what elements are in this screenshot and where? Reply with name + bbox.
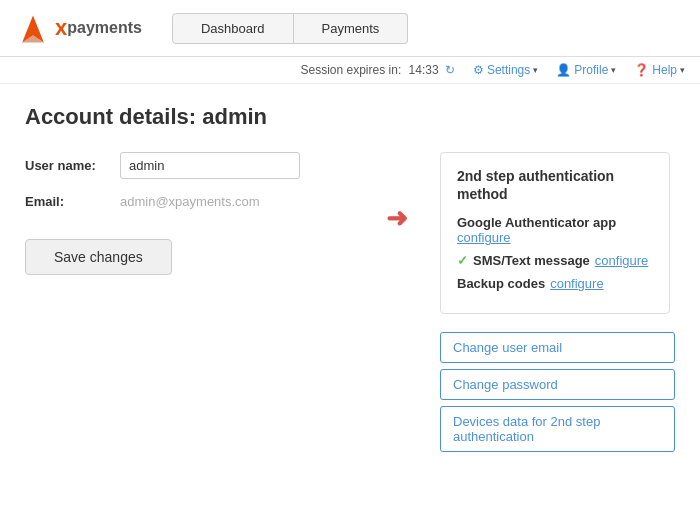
tab-dashboard[interactable]: Dashboard — [172, 13, 294, 44]
settings-label: Settings — [487, 63, 530, 77]
help-link[interactable]: ❓ Help ▾ — [634, 63, 685, 77]
arrow-container: ➜ — [386, 203, 408, 234]
email-row: Email: admin@xpayments.com — [25, 194, 410, 209]
logo-x-text: x — [55, 15, 67, 41]
auth-item-sms: ✓ SMS/Text message configure — [457, 253, 653, 268]
session-bar: Session expires in: 14:33 ↻ ⚙ Settings ▾… — [0, 57, 700, 84]
sms-row: ✓ SMS/Text message configure — [457, 253, 653, 268]
page-title: Account details: admin — [25, 104, 675, 130]
settings-chevron: ▾ — [533, 65, 538, 75]
google-auth-configure-link[interactable]: configure — [457, 230, 510, 245]
action-panel: Change user email Change password Device… — [440, 332, 675, 458]
profile-icon: 👤 — [556, 63, 571, 77]
session-timer: 14:33 — [409, 63, 439, 77]
sms-auth-name: SMS/Text message — [473, 253, 590, 268]
change-password-button[interactable]: Change password — [440, 369, 675, 400]
logo: xpayments — [15, 10, 142, 46]
auth-item-backup: Backup codes configure — [457, 276, 653, 291]
username-row: User name: — [25, 152, 410, 179]
profile-link[interactable]: 👤 Profile ▾ — [556, 63, 616, 77]
email-label: Email: — [25, 194, 120, 209]
auth-item-google: Google Authenticator app configure — [457, 215, 653, 245]
save-section: Save changes — [25, 239, 410, 275]
devices-data-button[interactable]: Devices data for 2nd step authentication — [440, 406, 675, 452]
backup-row: Backup codes configure — [457, 276, 653, 291]
sms-configure-link[interactable]: configure — [595, 253, 648, 268]
sms-checkmark-icon: ✓ — [457, 253, 468, 268]
logo-payments-text: payments — [67, 19, 142, 37]
logo-icon — [15, 10, 51, 46]
profile-chevron: ▾ — [611, 65, 616, 75]
help-chevron: ▾ — [680, 65, 685, 75]
tab-payments[interactable]: Payments — [294, 13, 409, 44]
right-panel: ➜ 2nd step authentication method Google … — [440, 152, 675, 458]
main-content: Account details: admin User name: Email:… — [0, 84, 700, 478]
settings-icon: ⚙ — [473, 63, 484, 77]
refresh-icon[interactable]: ↻ — [445, 63, 455, 77]
session-timer-text: Session expires in: 14:33 ↻ — [301, 63, 455, 77]
google-auth-name: Google Authenticator app — [457, 215, 653, 230]
nav-tabs: Dashboard Payments — [172, 13, 408, 44]
username-input[interactable] — [120, 152, 300, 179]
change-email-button[interactable]: Change user email — [440, 332, 675, 363]
help-icon: ❓ — [634, 63, 649, 77]
session-label: Session expires in: — [301, 63, 402, 77]
backup-configure-link[interactable]: configure — [550, 276, 603, 291]
header: xpayments Dashboard Payments — [0, 0, 700, 57]
auth-box: ➜ 2nd step authentication method Google … — [440, 152, 670, 314]
email-value: admin@xpayments.com — [120, 194, 260, 209]
auth-box-title: 2nd step authentication method — [457, 167, 653, 203]
help-label: Help — [652, 63, 677, 77]
settings-link[interactable]: ⚙ Settings ▾ — [473, 63, 538, 77]
username-label: User name: — [25, 158, 120, 173]
profile-label: Profile — [574, 63, 608, 77]
backup-auth-name: Backup codes — [457, 276, 545, 291]
red-arrow-icon: ➜ — [386, 203, 408, 233]
form-section: User name: Email: admin@xpayments.com Sa… — [25, 152, 675, 458]
form-fields: User name: Email: admin@xpayments.com Sa… — [25, 152, 410, 275]
save-button[interactable]: Save changes — [25, 239, 172, 275]
